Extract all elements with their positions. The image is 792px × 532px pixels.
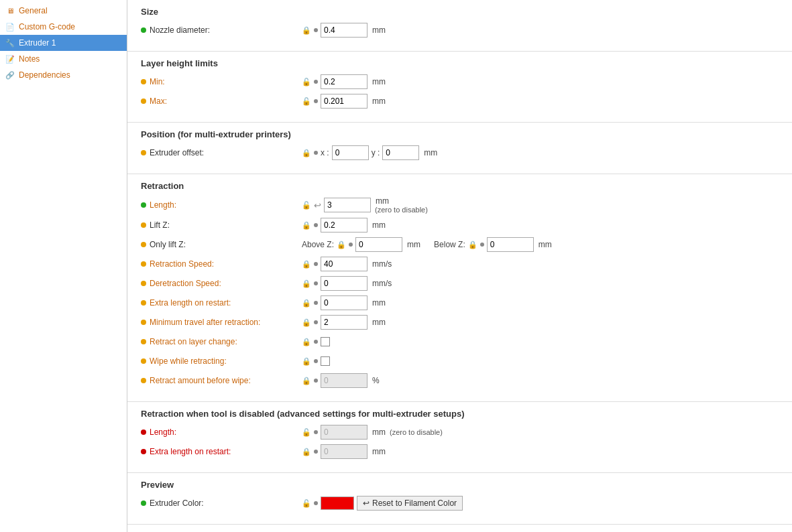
lift-z-input[interactable]	[321, 218, 367, 232]
disabled-length-subtext: (zero to disable)	[390, 428, 443, 436]
ret-speed-dot	[141, 261, 146, 267]
length-dot	[141, 202, 146, 208]
extra-length-lock[interactable]: 🔒	[302, 299, 311, 308]
disabled-extra-lock[interactable]: 🔒	[302, 448, 311, 456]
max-dot	[141, 98, 146, 104]
below-z-lock[interactable]: 🔒	[468, 241, 477, 249]
offset-unit: mm	[424, 148, 437, 157]
offset-lock[interactable]: 🔒	[302, 149, 311, 157]
nozzle-input[interactable]	[321, 23, 367, 38]
color-dot	[141, 501, 146, 506]
extra-length-ctrl-dot	[314, 301, 318, 305]
length-lock[interactable]: 🔓	[302, 201, 311, 210]
above-z-lock[interactable]: 🔒	[337, 241, 346, 249]
min-travel-row: Minimum travel after retraction: 🔒 mm	[141, 314, 779, 330]
max-lock[interactable]: 🔓	[302, 97, 311, 106]
sidebar-item-notes[interactable]: 📝 Notes	[0, 51, 127, 67]
sidebar-item-custom-gcode[interactable]: 📄 Custom G-code	[0, 19, 127, 35]
sidebar-item-label: General	[19, 6, 48, 15]
length-undo[interactable]: ↩	[314, 200, 321, 210]
layer-height-section: Layer height limits Min: 🔓 mm Max: 🔓	[127, 52, 792, 123]
extruder-color-swatch[interactable]	[321, 496, 354, 510]
layer-change-ctrl-dot	[314, 340, 318, 344]
lift-z-unit: mm	[372, 220, 386, 230]
disabled-extra-input[interactable]	[321, 444, 367, 459]
layer-change-checkbox[interactable]	[321, 337, 330, 346]
wipe-lock[interactable]: 🔒	[302, 357, 311, 366]
sidebar-item-extruder1[interactable]: 🔧 Extruder 1	[0, 35, 127, 51]
reset-filament-color-button[interactable]: ↩ Reset to Filament Color	[357, 496, 463, 511]
preview-section: Preview Extruder Color: 🔓 ↩ Reset to Fil…	[127, 473, 792, 525]
main-content: Size Nozzle diameter: 🔒 mm Layer height …	[127, 0, 792, 532]
disabled-extra-ctrl-dot	[314, 450, 318, 454]
extra-length-input[interactable]	[321, 295, 367, 310]
extruder-offset-row: Extruder offset: 🔒 x : y : mm	[141, 145, 779, 161]
min-travel-lock[interactable]: 🔒	[302, 318, 311, 327]
extra-length-unit: mm	[372, 298, 386, 308]
disabled-length-label: Length:	[141, 427, 302, 437]
sidebar-item-label: Dependencies	[19, 70, 70, 80]
general-icon: 🖥	[5, 7, 15, 15]
offset-x-input[interactable]	[332, 145, 369, 160]
min-row: Min: 🔓 mm	[141, 74, 779, 90]
max-input[interactable]	[321, 94, 367, 109]
extruder-color-controls: 🔓 ↩ Reset to Filament Color	[302, 496, 463, 511]
disabled-length-ctrl-dot	[314, 430, 318, 434]
sidebar-item-dependencies[interactable]: 🔗 Dependencies	[0, 67, 127, 83]
above-z-input[interactable]	[355, 237, 402, 252]
x-label: x :	[321, 148, 329, 157]
min-travel-unit: mm	[372, 318, 386, 327]
color-lock[interactable]: 🔓	[302, 499, 311, 508]
gcode-icon: 📄	[5, 23, 15, 31]
disabled-length-lock[interactable]: 🔓	[302, 428, 311, 437]
min-travel-label: Minimum travel after retraction:	[141, 318, 302, 327]
ret-speed-input[interactable]	[321, 257, 367, 271]
deretraction-speed-row: Deretraction Speed: 🔒 mm/s	[141, 275, 779, 291]
wipe-checkbox[interactable]	[321, 356, 330, 366]
lift-z-dot	[141, 222, 146, 228]
nozzle-lock[interactable]: 🔒	[302, 26, 311, 35]
offset-y-input[interactable]	[382, 145, 419, 160]
position-title: Position (for multi-extruder printers)	[141, 129, 779, 139]
wipe-ctrl-dot	[314, 359, 318, 363]
nozzle-diameter-label: Nozzle diameter:	[141, 25, 302, 35]
min-input[interactable]	[321, 74, 367, 89]
disabled-length-unit: mm	[372, 427, 386, 437]
min-lock[interactable]: 🔓	[302, 78, 311, 86]
deret-speed-lock[interactable]: 🔒	[302, 279, 311, 288]
min-travel-input[interactable]	[321, 315, 367, 330]
disabled-extra-dot	[141, 449, 146, 454]
disabled-extra-unit: mm	[372, 447, 386, 456]
retraction-section: Retraction Length: 🔓 ↩ mm (zero to disab…	[127, 174, 792, 402]
only-lift-z-label: Only lift Z:	[141, 240, 302, 249]
layer-change-lock[interactable]: 🔒	[302, 338, 311, 346]
lift-z-lock[interactable]: 🔒	[302, 221, 311, 230]
min-unit: mm	[372, 77, 386, 86]
disabled-length-input[interactable]	[321, 425, 367, 440]
retract-layer-change-controls: 🔒	[302, 337, 330, 346]
lift-z-controls: 🔒 mm	[302, 218, 386, 232]
extruder-offset-label: Extruder offset:	[141, 148, 302, 157]
ret-speed-controls: 🔒 mm/s	[302, 257, 392, 271]
max-unit: mm	[372, 96, 386, 106]
max-row: Max: 🔓 mm	[141, 93, 779, 109]
retraction-speed-row: Retraction Speed: 🔒 mm/s	[141, 256, 779, 272]
ret-amount-lock[interactable]: 🔒	[302, 377, 311, 385]
retract-layer-change-row: Retract on layer change: 🔒	[141, 334, 779, 350]
offset-controls: 🔒 x : y : mm	[302, 145, 437, 160]
length-input[interactable]	[324, 198, 371, 212]
below-z-unit: mm	[539, 240, 552, 249]
sidebar-item-general[interactable]: 🖥 General	[0, 3, 127, 19]
only-lift-z-dot	[141, 242, 146, 247]
disabled-extra-length-row: Extra length on restart: 🔒 mm	[141, 444, 779, 460]
length-label: Length:	[141, 200, 302, 210]
deret-speed-input[interactable]	[321, 276, 367, 291]
length-controls: 🔓 ↩ mm (zero to disable)	[302, 196, 428, 214]
min-dot	[141, 79, 146, 84]
retraction-disabled-title: Retraction when tool is disabled (advanc…	[141, 409, 779, 419]
below-z-input[interactable]	[487, 237, 534, 252]
ret-speed-lock[interactable]: 🔒	[302, 260, 311, 269]
extruder-color-row: Extruder Color: 🔓 ↩ Reset to Filament Co…	[141, 495, 779, 511]
above-z-label: Above Z:	[302, 240, 334, 249]
sidebar-item-label: Extruder 1	[19, 38, 56, 48]
